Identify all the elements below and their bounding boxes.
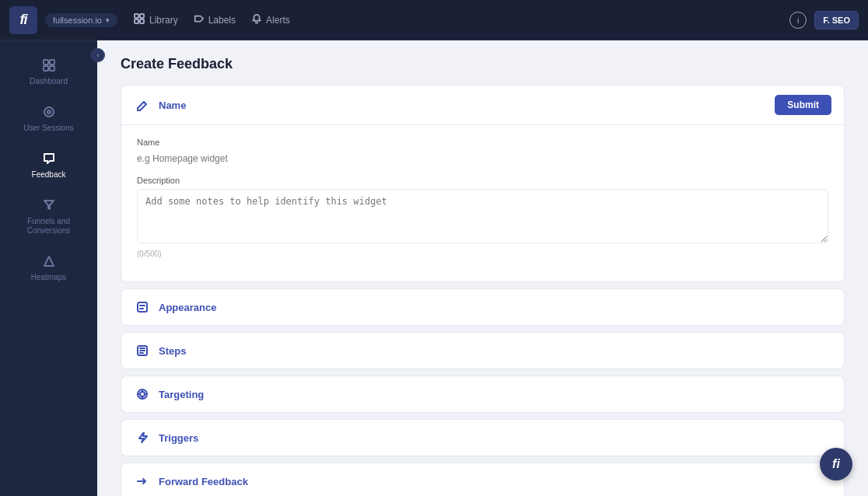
topbar: fi fullsession.io ▾ Library Labels Alert… <box>0 0 868 40</box>
dashboard-icon <box>40 57 58 74</box>
svg-point-8 <box>44 107 54 117</box>
svg-rect-7 <box>50 66 54 71</box>
nav-library-label: Library <box>149 15 178 26</box>
accordion-header-forward-feedback[interactable]: Forward Feedback <box>121 463 844 496</box>
name-label: Name <box>137 138 828 147</box>
steps-section-icon <box>134 342 151 359</box>
accordion: Name Submit Name Description (0/500) <box>121 85 845 496</box>
svg-rect-10 <box>138 302 147 312</box>
sidebar-collapse-button[interactable]: ‹ <box>91 48 105 62</box>
accordion-title-forward-feedback: Forward Feedback <box>159 476 248 487</box>
sidebar-item-feedback[interactable]: Feedback <box>5 142 93 187</box>
accordion-header-steps[interactable]: Steps <box>121 333 844 369</box>
accordion-header-targeting[interactable]: Targeting <box>121 376 844 412</box>
app-logo[interactable]: fi <box>9 6 37 34</box>
sidebar-item-funnels[interactable]: Funnels and Conversions <box>5 189 93 243</box>
sidebar-item-user-sessions[interactable]: User Sessions <box>5 96 93 141</box>
sidebar-item-funnels-label: Funnels and Conversions <box>11 217 86 236</box>
content-area: Create Feedback Name Submit Name <box>97 40 868 496</box>
nav-labels-label: Labels <box>208 15 236 26</box>
accordion-body-name: Name Description (0/500) <box>121 125 844 281</box>
svg-point-13 <box>140 392 145 396</box>
sidebar-item-user-sessions-label: User Sessions <box>23 124 73 133</box>
sidebar-item-heatmaps[interactable]: Heatmaps <box>5 245 93 290</box>
heatmaps-icon <box>40 253 58 270</box>
submit-button[interactable]: Submit <box>775 95 831 115</box>
sidebar-item-feedback-label: Feedback <box>32 170 66 180</box>
name-section-icon <box>134 96 151 114</box>
form-group-description: Description (0/500) <box>137 176 828 258</box>
nav-alerts-label: Alerts <box>266 15 290 26</box>
accordion-title-steps: Steps <box>159 345 186 357</box>
floating-chat-button[interactable]: fi <box>820 448 852 480</box>
svg-rect-0 <box>135 14 138 18</box>
svg-rect-4 <box>44 60 48 65</box>
form-group-name: Name <box>137 138 828 165</box>
char-count: (0/500) <box>137 250 828 258</box>
workspace-selector[interactable]: fullsession.io ▾ <box>45 13 117 27</box>
feedback-icon <box>40 150 58 167</box>
accordion-section-triggers: Triggers <box>121 419 845 456</box>
accordion-section-name: Name Submit Name Description (0/500) <box>121 85 845 282</box>
sidebar: ‹ Dashboard User Sessions Feedback Funne… <box>0 40 97 496</box>
accordion-title-targeting: Targeting <box>159 389 204 400</box>
svg-rect-5 <box>50 60 54 65</box>
accordion-section-appearance: Appearance <box>121 288 845 326</box>
appearance-section-icon <box>134 299 151 316</box>
workspace-name: fullsession.io <box>53 16 102 25</box>
accordion-title-name: Name <box>159 100 186 111</box>
top-nav: Library Labels Alerts <box>133 12 789 27</box>
page-title: Create Feedback <box>121 56 845 72</box>
description-textarea[interactable] <box>137 189 828 243</box>
library-icon <box>133 12 145 27</box>
triggers-section-icon <box>134 429 151 446</box>
svg-rect-6 <box>44 66 48 71</box>
topbar-right: i F. SEO <box>789 11 859 30</box>
targeting-section-icon <box>134 386 151 403</box>
forward-feedback-section-icon <box>134 473 151 490</box>
accordion-title-appearance: Appearance <box>159 302 216 313</box>
svg-rect-3 <box>140 19 144 23</box>
name-input[interactable] <box>137 153 828 164</box>
svg-rect-2 <box>135 19 138 23</box>
accordion-title-triggers: Triggers <box>159 432 198 444</box>
nav-library[interactable]: Library <box>133 12 178 27</box>
info-button[interactable]: i <box>789 12 807 29</box>
accordion-section-targeting: Targeting <box>121 375 845 413</box>
alerts-icon <box>251 13 262 26</box>
sidebar-item-dashboard[interactable]: Dashboard <box>5 49 93 94</box>
accordion-header-appearance[interactable]: Appearance <box>121 289 844 325</box>
accordion-header-triggers[interactable]: Triggers <box>121 420 844 456</box>
svg-point-9 <box>47 110 51 114</box>
chevron-down-icon: ▾ <box>106 16 110 24</box>
description-label: Description <box>137 176 828 185</box>
accordion-header-right: Submit <box>775 95 831 115</box>
labels-icon <box>194 13 205 26</box>
funnels-icon <box>40 197 58 214</box>
nav-alerts[interactable]: Alerts <box>251 13 290 26</box>
user-menu-button[interactable]: F. SEO <box>814 11 859 30</box>
accordion-section-forward-feedback: Forward Feedback <box>121 463 845 496</box>
svg-rect-1 <box>140 14 144 18</box>
sidebar-item-dashboard-label: Dashboard <box>30 77 68 86</box>
nav-labels[interactable]: Labels <box>194 13 236 26</box>
sidebar-item-heatmaps-label: Heatmaps <box>31 273 67 282</box>
user-sessions-icon <box>40 103 58 121</box>
accordion-header-name[interactable]: Name Submit <box>121 86 844 125</box>
accordion-section-steps: Steps <box>121 332 845 369</box>
main-layout: ‹ Dashboard User Sessions Feedback Funne… <box>0 40 868 496</box>
